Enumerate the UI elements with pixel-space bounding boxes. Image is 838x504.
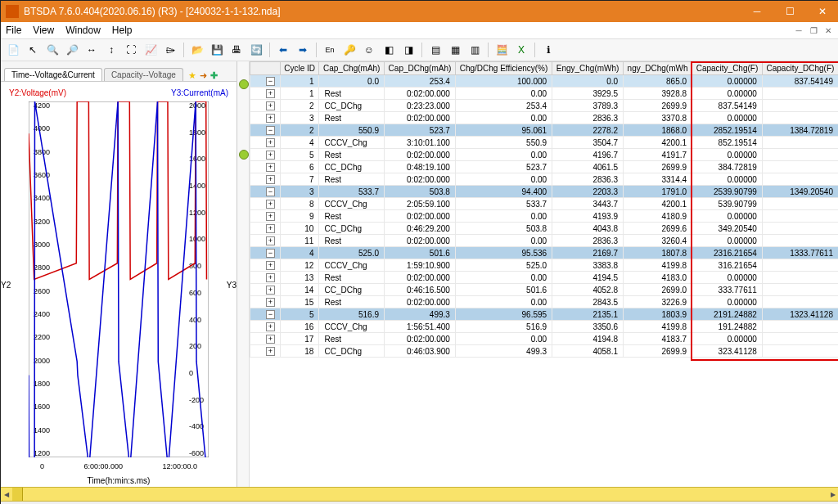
scroll-left-icon[interactable]: ◀: [1, 488, 12, 501]
expand-icon[interactable]: +: [266, 212, 275, 221]
step-row[interactable]: +10CC_DChg0:46:29.200503.84043.82699.634…: [250, 223, 839, 235]
pointer-icon[interactable]: ↖: [24, 41, 42, 59]
step-row[interactable]: +3Rest0:02:00.0000.002836.33370.80.00000: [250, 112, 839, 124]
col-header[interactable]: Chg/DChg Efficiency(%): [455, 62, 552, 75]
cycle-row[interactable]: −10.0253.4100.0000.0865.00.00000837.5414…: [250, 75, 839, 88]
info-icon[interactable]: ℹ: [539, 41, 557, 59]
horizontal-scrollbar[interactable]: ◀ ▶: [1, 487, 838, 502]
zoom-in-icon[interactable]: 🔍: [43, 41, 61, 59]
arrow-icon[interactable]: ➜: [200, 70, 207, 81]
funnel-icon[interactable]: ⌲: [161, 41, 179, 59]
table3-icon[interactable]: ▥: [466, 41, 484, 59]
collapse-icon[interactable]: −: [266, 187, 275, 196]
step-row[interactable]: +12CCCV_Chg1:59:10.900525.03383.84199.83…: [250, 259, 839, 272]
zoom-out-icon[interactable]: 🔎: [63, 41, 81, 59]
collapse-icon[interactable]: −: [266, 77, 275, 86]
cycle-row[interactable]: −3533.7503.894.4002203.31791.02539.90799…: [250, 186, 839, 198]
step-row[interactable]: +9Rest0:02:00.0000.004193.94180.90.00000: [250, 210, 839, 223]
expand-icon[interactable]: +: [266, 224, 275, 233]
step-row[interactable]: +15Rest0:02:00.0000.002843.53226.90.0000…: [250, 296, 839, 308]
tab-time-voltage-current[interactable]: Time--Voltage&Current: [4, 68, 102, 81]
zoom-y-icon[interactable]: ↕: [102, 41, 120, 59]
step-row[interactable]: +17Rest0:02:00.0000.004194.84183.70.0000…: [250, 333, 839, 345]
col-header[interactable]: Capacity_DChg(F): [762, 62, 838, 75]
etc2-icon[interactable]: ◨: [399, 41, 417, 59]
expand-icon[interactable]: +: [266, 175, 275, 184]
zoom-area-icon[interactable]: ⛶: [122, 41, 140, 59]
print-icon[interactable]: 🖶: [228, 41, 246, 59]
step-row[interactable]: +16CCCV_Chg1:56:51.400516.93350.64199.81…: [250, 321, 839, 333]
step-row[interactable]: +7Rest0:02:00.0000.002836.33314.40.00000: [250, 173, 839, 186]
expand-icon[interactable]: +: [266, 322, 275, 331]
menu-window[interactable]: Window: [65, 25, 101, 36]
collapse-icon[interactable]: −: [266, 310, 275, 319]
star-icon[interactable]: ★: [188, 70, 196, 81]
step-row[interactable]: +13Rest0:02:00.0000.004194.54183.00.0000…: [250, 272, 839, 284]
cycle-row[interactable]: −5516.9499.396.5952135.11803.92191.24882…: [250, 308, 839, 321]
data-grid[interactable]: Cycle IDCap_Chg(mAh)Cap_DChg(mAh)Chg/DCh…: [250, 61, 838, 487]
expand-icon[interactable]: +: [266, 261, 275, 270]
expand-icon[interactable]: +: [266, 347, 275, 356]
face-icon[interactable]: ☺: [360, 41, 378, 59]
chart-type-icon[interactable]: 📈: [142, 41, 160, 59]
col-header[interactable]: Engy_Chg(mWh): [552, 62, 624, 75]
zoom-x-icon[interactable]: ↔: [83, 41, 101, 59]
expand-icon[interactable]: +: [266, 138, 275, 147]
expand-icon[interactable]: +: [266, 89, 275, 98]
maximize-button[interactable]: ☐: [773, 1, 806, 22]
step-row[interactable]: +18CC_DChg0:46:03.900499.34058.12699.932…: [250, 345, 839, 358]
step-row[interactable]: +6CC_DChg0:48:19.100523.74061.52699.9384…: [250, 161, 839, 173]
mdi-close-icon[interactable]: ✕: [822, 25, 834, 36]
collapse-icon[interactable]: −: [266, 126, 275, 135]
col-header[interactable]: ngy_DChg(mWh: [624, 62, 692, 75]
step-row[interactable]: +8CCCV_Chg2:05:59.100533.73443.74200.153…: [250, 198, 839, 210]
menu-view[interactable]: View: [33, 25, 54, 36]
menu-file[interactable]: File: [6, 25, 21, 36]
table2-icon[interactable]: ▦: [446, 41, 464, 59]
save-icon[interactable]: 💾: [208, 41, 226, 59]
excel-icon[interactable]: X: [512, 41, 530, 59]
expand-icon[interactable]: +: [266, 114, 275, 123]
chart-area[interactable]: Y2:Voltage(mV) Y3:Current(mA) Y2 Y3 4200…: [1, 82, 237, 487]
expand-icon[interactable]: +: [266, 200, 275, 209]
menu-help[interactable]: Help: [112, 25, 133, 36]
new-icon[interactable]: 📄: [4, 41, 22, 59]
cycle-row[interactable]: −4525.0501.695.5362169.71807.82316.21654…: [250, 247, 839, 259]
expand-icon[interactable]: +: [266, 236, 275, 245]
key-icon[interactable]: 🔑: [340, 41, 358, 59]
close-button[interactable]: ✕: [806, 1, 838, 22]
col-header[interactable]: Cycle ID: [281, 62, 319, 75]
mdi-minimize-icon[interactable]: ─: [793, 25, 804, 36]
calc-icon[interactable]: 🧮: [493, 41, 511, 59]
undo-icon[interactable]: ⬅: [274, 41, 292, 59]
open-icon[interactable]: 📂: [188, 41, 206, 59]
expand-icon[interactable]: +: [266, 335, 275, 344]
table1-icon[interactable]: ▤: [426, 41, 444, 59]
step-row[interactable]: +2CC_DChg0:23:23.000253.43789.32699.9837…: [250, 100, 839, 112]
tab-capacity-voltage[interactable]: Capacity--Voltage: [104, 68, 183, 81]
redo-icon[interactable]: ➡: [294, 41, 312, 59]
expand-icon[interactable]: +: [266, 298, 275, 307]
col-header[interactable]: Capacity_Chg(F): [692, 62, 763, 75]
add-tab-icon[interactable]: ✚: [210, 70, 218, 81]
expand-icon[interactable]: +: [266, 273, 275, 282]
cycle-row[interactable]: −2550.9523.795.0612278.21868.02852.19514…: [250, 124, 839, 137]
step-row[interactable]: +14CC_DChg0:46:16.500501.64052.82699.033…: [250, 284, 839, 296]
minimize-button[interactable]: ─: [741, 1, 773, 22]
step-row[interactable]: +11Rest0:02:00.0000.002836.33260.40.0000…: [250, 235, 839, 247]
mdi-restore-icon[interactable]: ❐: [808, 25, 819, 36]
en-icon[interactable]: En: [321, 41, 339, 59]
scroll-thumb[interactable]: [12, 488, 23, 501]
collapse-icon[interactable]: −: [266, 249, 275, 258]
col-header[interactable]: Cap_DChg(mAh): [385, 62, 456, 75]
step-row[interactable]: +1Rest0:02:00.0000.003929.53928.80.00000: [250, 88, 839, 100]
step-row[interactable]: +4CCCV_Chg3:10:01.100550.93504.74200.185…: [250, 137, 839, 149]
expand-icon[interactable]: +: [266, 151, 275, 160]
expand-icon[interactable]: +: [266, 163, 275, 172]
etc1-icon[interactable]: ◧: [380, 41, 398, 59]
col-header[interactable]: Cap_Chg(mAh): [319, 62, 385, 75]
expand-icon[interactable]: +: [266, 286, 275, 295]
expand-icon[interactable]: +: [266, 101, 275, 110]
step-row[interactable]: +5Rest0:02:00.0000.004196.74191.70.00000: [250, 149, 839, 161]
scroll-right-icon[interactable]: ▶: [827, 488, 838, 501]
